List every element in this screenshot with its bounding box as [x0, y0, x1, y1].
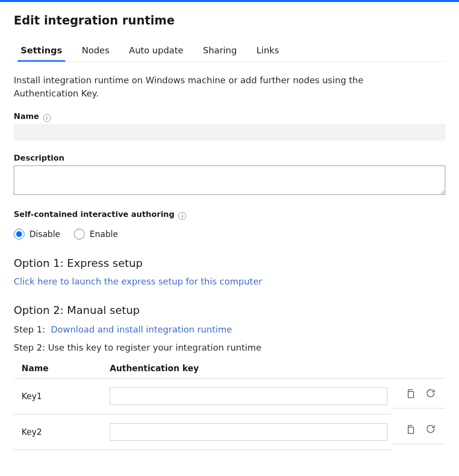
auth-key-input[interactable]: [110, 423, 387, 441]
tab-nodes[interactable]: Nodes: [81, 41, 110, 61]
step2-text: Step 2: Use this key to register your in…: [14, 342, 262, 353]
tabs: Settings Nodes Auto update Sharing Links: [14, 41, 445, 62]
name-input[interactable]: [14, 124, 445, 141]
radio-label: Enable: [90, 229, 118, 239]
tab-links[interactable]: Links: [255, 41, 280, 61]
tab-sharing[interactable]: Sharing: [202, 41, 238, 61]
scia-radio-disable[interactable]: Disable: [14, 229, 60, 239]
option2-heading: Option 2: Manual setup: [14, 304, 445, 316]
description-input[interactable]: [14, 166, 445, 195]
table-col-auth: Authentication key: [102, 360, 391, 379]
info-icon[interactable]: i: [43, 114, 51, 122]
radio-icon: [14, 229, 24, 239]
radio-label: Disable: [29, 229, 60, 239]
tab-auto-update[interactable]: Auto update: [128, 41, 184, 61]
table-col-actions: [391, 360, 445, 379]
key-name: Key1: [14, 379, 102, 414]
intro-text: Install integration runtime on Windows m…: [14, 73, 396, 100]
copy-icon[interactable]: [404, 387, 416, 399]
table-row: Key1: [14, 379, 445, 414]
description-label: Description: [14, 153, 64, 163]
panel-title: Edit integration runtime: [14, 14, 445, 27]
name-label: Name: [14, 112, 39, 121]
info-icon[interactable]: i: [178, 212, 186, 220]
scia-radio-enable[interactable]: Enable: [74, 229, 118, 239]
table-col-name: Name: [14, 360, 102, 379]
copy-icon[interactable]: [404, 423, 416, 435]
express-setup-link[interactable]: Click here to launch the express setup f…: [14, 276, 445, 286]
scia-label: Self-contained interactive authoring: [14, 210, 174, 219]
auth-key-input[interactable]: [110, 387, 387, 405]
refresh-icon[interactable]: [425, 387, 436, 399]
refresh-icon[interactable]: [425, 423, 436, 435]
step1-prefix: Step 1:: [14, 324, 45, 334]
table-row: Key2: [14, 414, 445, 450]
tab-settings[interactable]: Settings: [20, 41, 63, 61]
radio-icon: [74, 229, 85, 239]
download-ir-link[interactable]: Download and install integration runtime: [51, 324, 232, 334]
svg-rect-1: [408, 427, 413, 433]
option1-heading: Option 1: Express setup: [14, 257, 445, 269]
auth-keys-table: Name Authentication key Key1 Key: [14, 360, 445, 450]
svg-rect-0: [408, 391, 413, 398]
key-name: Key2: [14, 414, 102, 450]
